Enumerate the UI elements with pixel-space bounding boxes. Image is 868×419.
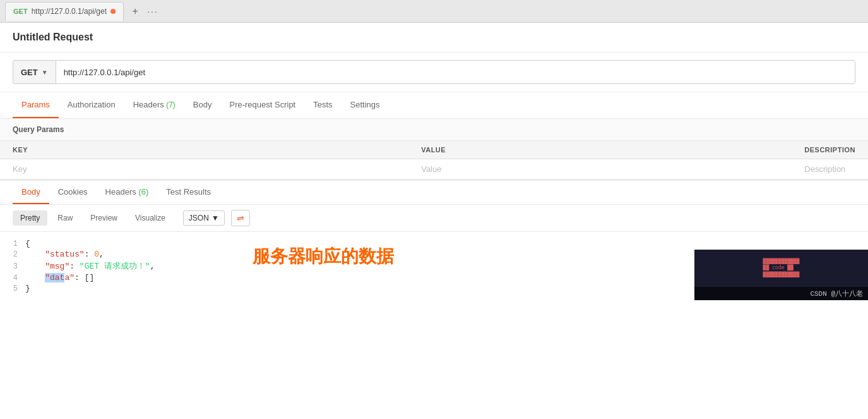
request-tabs: Params Authorization Headers (7) Body Pr… [0,92,868,119]
query-params-header: Query Params [0,119,868,141]
line-content-1: { [25,239,868,248]
tab-tests[interactable]: Tests [304,92,341,118]
line-num-5: 5 [0,284,25,293]
query-params-label: Query Params [13,125,64,134]
top-tab-bar: GET http://127.0.0.1/api/get + ··· [0,0,868,23]
col-description: DESCRIPTION [792,141,868,159]
tab-authorization[interactable]: Authorization [59,92,124,118]
method-select[interactable]: GET ▼ [13,60,56,84]
tab-tests-label: Tests [313,100,332,109]
val-msg: "GET 请求成功！" [80,262,150,271]
format-label: JSON [189,214,209,222]
col-key: KEY [0,141,408,159]
resp-tab-test-results[interactable]: Test Results [157,181,220,204]
format-select[interactable]: JSON ▼ [183,210,225,226]
params-empty-row: Key Value Description [0,159,868,179]
tab-pre-request[interactable]: Pre-request Script [220,92,304,118]
tab-url: http://127.0.0.1/api/get [32,7,107,16]
key-msg: "msg" [45,262,69,271]
tab-method-badge: GET [13,8,28,15]
url-bar: GET ▼ [0,52,868,92]
params-table: KEY VALUE DESCRIPTION Key Value Descript… [0,141,868,179]
tab-params-label: Params [21,100,50,109]
tab-headers-label: Headers [133,100,164,109]
tab-pre-request-label: Pre-request Script [229,100,295,109]
thumbnail-code: ████████████ ██ code ██ ████████████ [763,258,800,278]
key-status: "status" [45,250,84,259]
more-tabs-button[interactable]: ··· [144,3,162,20]
line-num-4: 4 [0,274,25,282]
desc-placeholder[interactable]: Description [792,159,868,179]
tab-settings[interactable]: Settings [342,92,389,118]
format-chevron: ▼ [211,214,219,222]
resp-cookies-label: Cookies [58,187,88,197]
request-title-bar: Untitled Request [0,23,868,52]
response-toolbar: Pretty Raw Preview Visualize JSON ▼ ⇌ [0,205,868,232]
tab-authorization-label: Authorization [68,100,116,109]
json-line-1: 1 { [0,238,868,249]
wrap-button[interactable]: ⇌ [231,210,250,226]
resp-headers-badge: (6) [136,187,149,197]
unsaved-dot [110,9,116,14]
thumbnail-label: CSDN @八十八老 [694,287,868,300]
response-tabs: Body Cookies Headers (6) Test Results [0,181,868,205]
key-data: "data" [45,273,74,282]
resp-test-results-label: Test Results [166,187,211,197]
thumbnail: ████████████ ██ code ██ ████████████ CSD… [694,250,868,300]
tab-body-label: Body [193,100,212,109]
view-preview-button[interactable]: Preview [83,210,125,226]
request-tab[interactable]: GET http://127.0.0.1/api/get [5,2,124,21]
json-content: 1 { 2 "status": 0, 3 "msg": "GET 请求成功！",… [0,232,868,300]
tab-headers[interactable]: Headers (7) [124,92,184,118]
key-placeholder[interactable]: Key [0,159,408,179]
resp-tab-cookies[interactable]: Cookies [49,181,97,204]
col-value: VALUE [408,141,792,159]
line-num-3: 3 [0,262,25,271]
tab-params[interactable]: Params [13,92,59,118]
line-num-2: 2 [0,250,25,259]
view-pretty-button[interactable]: Pretty [13,210,47,226]
value-placeholder[interactable]: Value [408,159,792,179]
wrap-icon: ⇌ [237,213,244,223]
tab-body[interactable]: Body [184,92,221,118]
val-status: 0 [94,250,99,259]
resp-tab-body[interactable]: Body [13,181,49,204]
headers-badge: (7) [164,100,175,109]
thumbnail-inner: ████████████ ██ code ██ ████████████ [694,250,868,287]
resp-headers-label: Headers [105,187,136,197]
line-num-1: 1 [0,240,25,248]
add-tab-button[interactable]: + [126,3,144,20]
view-raw-button[interactable]: Raw [50,210,80,226]
url-input[interactable] [56,60,855,84]
annotation-text: 服务器响应的数据 [253,245,394,269]
response-section: Body Cookies Headers (6) Test Results Pr… [0,179,868,300]
method-chevron: ▼ [42,69,48,76]
resp-tab-headers[interactable]: Headers (6) [97,181,158,204]
tab-settings-label: Settings [350,100,380,109]
method-label: GET [21,68,38,77]
view-visualize-button[interactable]: Visualize [128,210,173,226]
val-data: [] [85,273,95,282]
request-title: Untitled Request [13,32,93,42]
resp-body-label: Body [21,187,40,197]
